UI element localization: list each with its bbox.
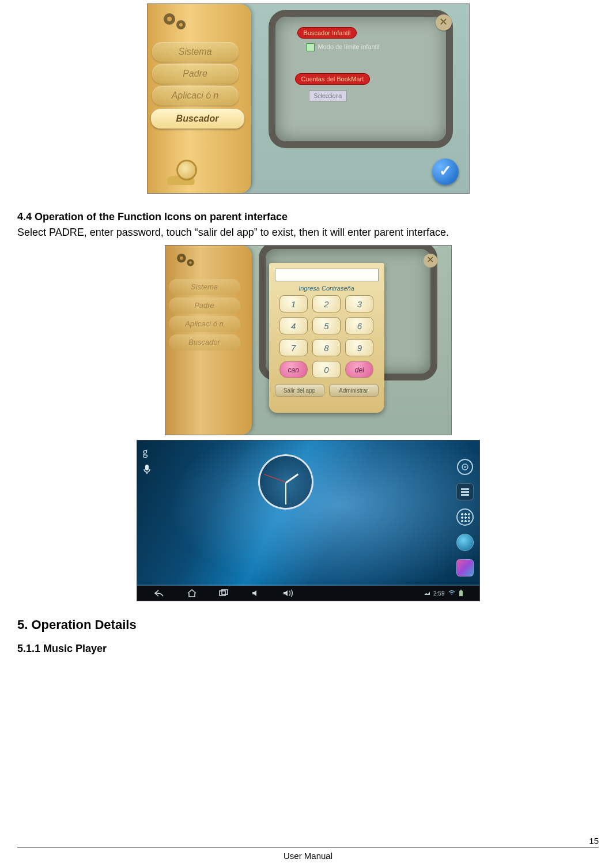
- key-2[interactable]: 2: [312, 295, 341, 312]
- key-delete[interactable]: del: [345, 361, 373, 378]
- tag-cuentas-bookmart[interactable]: Cuentas del BookMart: [295, 73, 371, 85]
- gallery-icon[interactable]: [456, 559, 474, 576]
- password-keypad: Ingresa Contraseña 1 2 3 4 5 6 7 8 9 can…: [269, 263, 384, 413]
- svg-point-1: [167, 17, 172, 21]
- page-number: 15: [589, 836, 599, 846]
- svg-rect-14: [461, 494, 469, 496]
- heading-5-1-1: 5.1.1 Music Player: [17, 643, 599, 655]
- key-1[interactable]: 1: [279, 295, 308, 312]
- snail-decor-icon: [167, 159, 202, 185]
- vol-down-icon[interactable]: [250, 589, 263, 598]
- all-apps-icon[interactable]: [456, 508, 474, 526]
- key-4[interactable]: 4: [279, 317, 308, 334]
- sdcard-icon: [424, 591, 430, 595]
- confirm-check-icon[interactable]: [432, 159, 459, 185]
- heading-5: 5. Operation Details: [17, 617, 599, 632]
- page-footer: 15 User Manual: [17, 847, 599, 849]
- status-bar: 2:59: [424, 590, 463, 597]
- clock-widget[interactable]: [258, 454, 313, 510]
- svg-point-7: [189, 262, 192, 265]
- exit-app-button[interactable]: Salir del app: [275, 384, 324, 397]
- footer-label: User Manual: [17, 851, 599, 861]
- svg-point-3: [179, 23, 183, 27]
- svg-rect-15: [220, 591, 225, 596]
- recents-icon[interactable]: [218, 589, 230, 598]
- key-9[interactable]: 9: [345, 339, 373, 356]
- svg-rect-17: [459, 591, 463, 596]
- key-7[interactable]: 7: [279, 339, 308, 356]
- svg-rect-16: [222, 590, 228, 594]
- svg-rect-9: [146, 472, 148, 474]
- key-0[interactable]: 0: [312, 361, 341, 378]
- browser-icon[interactable]: [456, 534, 474, 551]
- gear-icon: [173, 250, 203, 272]
- key-cancel[interactable]: can: [279, 361, 308, 378]
- heading-4-4: 4.4 Operation of the Function Icons on p…: [17, 211, 599, 223]
- key-8[interactable]: 8: [312, 339, 341, 356]
- clock-time: 2:59: [433, 590, 444, 597]
- screenshot-password-keypad: Sistema Padre Aplicaci ó n Buscador ✕ In…: [165, 245, 452, 435]
- tab-buscador[interactable]: Buscador: [169, 334, 240, 351]
- key-6[interactable]: 6: [345, 317, 373, 334]
- checkbox-limit-mode[interactable]: Modo de límite infantil: [307, 43, 380, 51]
- password-display[interactable]: [275, 269, 379, 281]
- tab-sistema[interactable]: Sistema: [152, 42, 239, 62]
- vol-up-icon[interactable]: [282, 589, 295, 598]
- svg-rect-18: [460, 590, 462, 591]
- manager-icon[interactable]: [456, 483, 474, 500]
- wifi-icon: [448, 590, 455, 596]
- admin-button[interactable]: Administrar: [329, 384, 379, 397]
- tab-padre[interactable]: Padre: [169, 297, 240, 314]
- close-icon[interactable]: ✕: [436, 14, 452, 31]
- keypad-label: Ingresa Contraseña: [274, 285, 380, 292]
- gear-icon: [159, 10, 194, 34]
- mic-icon[interactable]: [143, 464, 151, 477]
- svg-point-11: [464, 466, 466, 468]
- tag-buscador-infantil[interactable]: Buscador Infantil: [297, 27, 357, 39]
- svg-point-5: [179, 257, 183, 260]
- svg-rect-12: [461, 488, 469, 490]
- key-3[interactable]: 3: [345, 295, 373, 312]
- screenshot-buscador-settings: Sistema Padre Aplicaci ó n Buscador Busc…: [147, 3, 470, 194]
- tab-aplicacion[interactable]: Aplicaci ó n: [169, 316, 240, 332]
- screenshot-android-home: g: [137, 440, 480, 601]
- home-icon[interactable]: [186, 589, 198, 598]
- body-4-4: Select PADRE, enter password, touch “sal…: [17, 225, 599, 239]
- target-icon[interactable]: [457, 459, 473, 475]
- key-5[interactable]: 5: [312, 317, 341, 334]
- tab-padre[interactable]: Padre: [152, 64, 239, 84]
- battery-icon: [459, 590, 463, 597]
- google-g-icon: g: [143, 446, 151, 458]
- system-navbar: 2:59: [137, 586, 479, 601]
- tab-sistema[interactable]: Sistema: [169, 279, 240, 295]
- select-button[interactable]: Selecciona: [309, 91, 347, 101]
- svg-rect-8: [145, 465, 149, 470]
- close-icon[interactable]: ✕: [424, 254, 437, 267]
- google-search-widget[interactable]: g: [143, 446, 151, 477]
- tab-buscador[interactable]: Buscador: [151, 109, 244, 129]
- svg-rect-13: [461, 491, 469, 493]
- back-icon[interactable]: [153, 589, 166, 598]
- tab-aplicacion[interactable]: Aplicaci ó n: [152, 86, 239, 105]
